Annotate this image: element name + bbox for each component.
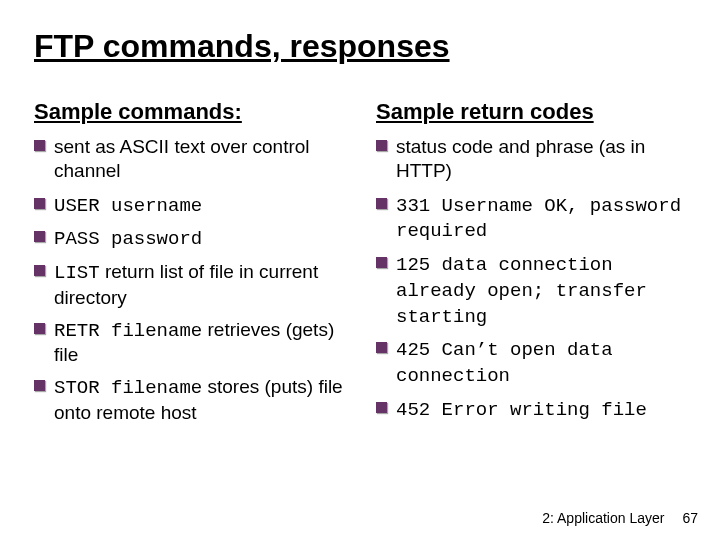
- slide: FTP commands, responses Sample commands:…: [0, 0, 720, 540]
- list-item: 425 Can’t open data connection: [376, 337, 694, 389]
- left-list: sent as ASCII text over control channel …: [34, 135, 352, 425]
- item-mono: USER username: [54, 195, 202, 217]
- slide-title: FTP commands, responses: [34, 28, 694, 65]
- item-mono: STOR filename: [54, 377, 202, 399]
- item-mono: 425 Can’t open data connection: [396, 339, 613, 387]
- list-item: 331 Username OK, password required: [376, 193, 694, 245]
- list-item: 125 data connection already open; transf…: [376, 252, 694, 329]
- list-item: status code and phrase (as in HTTP): [376, 135, 694, 185]
- item-mono: RETR filename: [54, 320, 202, 342]
- right-list: status code and phrase (as in HTTP) 331 …: [376, 135, 694, 423]
- right-heading: Sample return codes: [376, 99, 694, 125]
- item-mono: 452 Error writing file: [396, 399, 647, 421]
- item-mono: LIST: [54, 262, 100, 284]
- item-mono: 125 data connection already open; transf…: [396, 254, 647, 328]
- item-text: sent as ASCII text over control channel: [54, 136, 310, 181]
- page-number: 67: [682, 510, 698, 526]
- list-item: RETR filename retrieves (gets) file: [34, 318, 352, 368]
- list-item: sent as ASCII text over control channel: [34, 135, 352, 185]
- list-item: USER username: [34, 193, 352, 219]
- left-heading: Sample commands:: [34, 99, 352, 125]
- footer-section: 2: Application Layer: [542, 510, 664, 526]
- list-item: LIST return list of file in current dire…: [34, 260, 352, 310]
- footer: 2: Application Layer 67: [542, 510, 698, 526]
- content-columns: Sample commands: sent as ASCII text over…: [34, 99, 694, 433]
- list-item: STOR filename stores (puts) file onto re…: [34, 375, 352, 425]
- list-item: PASS password: [34, 226, 352, 252]
- item-mono: PASS password: [54, 228, 202, 250]
- right-column: Sample return codes status code and phra…: [376, 99, 694, 433]
- item-mono: 331 Username OK, password required: [396, 195, 681, 243]
- left-column: Sample commands: sent as ASCII text over…: [34, 99, 352, 433]
- list-item: 452 Error writing file: [376, 397, 694, 423]
- item-text: status code and phrase (as in HTTP): [396, 136, 645, 181]
